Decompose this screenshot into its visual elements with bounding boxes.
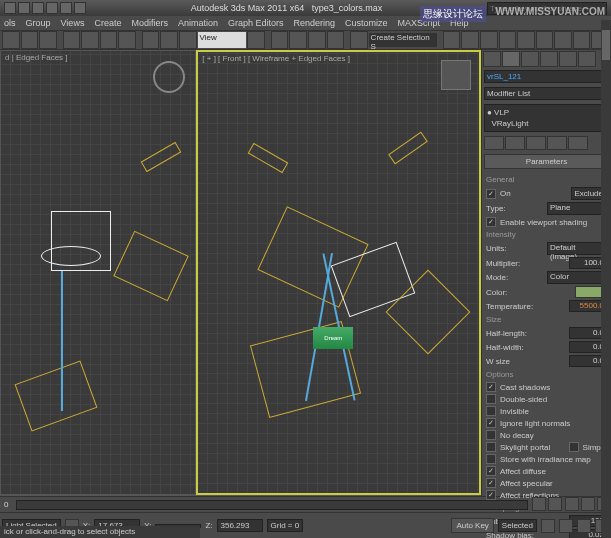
- opt-label: Invisible: [500, 407, 607, 416]
- named-sel-icon[interactable]: [350, 31, 368, 49]
- link-icon[interactable]: [2, 31, 20, 49]
- menu-modifiers[interactable]: Modifiers: [131, 18, 168, 28]
- remove-mod-icon[interactable]: [547, 136, 567, 150]
- next-frame-icon[interactable]: [581, 497, 595, 511]
- menu-views[interactable]: Views: [61, 18, 85, 28]
- type-label: Type:: [486, 204, 543, 213]
- pin-stack-icon[interactable]: [484, 136, 504, 150]
- ignore-normals-checkbox[interactable]: [486, 418, 496, 428]
- show-result-icon[interactable]: [505, 136, 525, 150]
- layer-icon[interactable]: [480, 31, 498, 49]
- panel-scrollbar[interactable]: [601, 20, 611, 538]
- menu-group[interactable]: Group: [26, 18, 51, 28]
- nav-zoom-icon[interactable]: [541, 519, 555, 533]
- percent-snap-icon[interactable]: [308, 31, 326, 49]
- hierarchy-tab-icon[interactable]: [521, 51, 539, 67]
- open-icon[interactable]: [32, 2, 44, 14]
- no-decay-checkbox[interactable]: [486, 430, 496, 440]
- mode-dropdown[interactable]: Color: [547, 271, 607, 284]
- menu-graph[interactable]: Graph Editors: [228, 18, 284, 28]
- nav-orbit-icon[interactable]: [577, 519, 591, 533]
- affect-reflections-checkbox[interactable]: [486, 490, 496, 500]
- pivot-icon[interactable]: [247, 31, 265, 49]
- on-checkbox[interactable]: [486, 189, 496, 199]
- spinner-snap-icon[interactable]: [327, 31, 345, 49]
- select-icon[interactable]: [63, 31, 81, 49]
- create-tab-icon[interactable]: [483, 51, 501, 67]
- select-name-icon[interactable]: [81, 31, 99, 49]
- selected-mode[interactable]: Selected: [498, 519, 537, 532]
- viewport-right[interactable]: [ + ] [ Front ] [ Wireframe + Edged Face…: [196, 50, 481, 495]
- angle-snap-icon[interactable]: [289, 31, 307, 49]
- menu-animation[interactable]: Animation: [178, 18, 218, 28]
- material-icon[interactable]: [536, 31, 554, 49]
- window-cross-icon[interactable]: [118, 31, 136, 49]
- configure-icon[interactable]: [568, 136, 588, 150]
- double-sided-checkbox[interactable]: [486, 394, 496, 404]
- nav-pan-icon[interactable]: [559, 519, 573, 533]
- invisible-checkbox[interactable]: [486, 406, 496, 416]
- type-dropdown[interactable]: Plane: [547, 202, 607, 215]
- menu-customize[interactable]: Customize: [345, 18, 388, 28]
- steering-wheel-icon[interactable]: [153, 61, 185, 93]
- viewport-left[interactable]: d | Edged Faces ]: [0, 50, 196, 495]
- skylight-checkbox[interactable]: [486, 442, 496, 452]
- menu-rendering[interactable]: Rendering: [293, 18, 335, 28]
- affect-specular-checkbox[interactable]: [486, 478, 496, 488]
- snap-icon[interactable]: [271, 31, 289, 49]
- affect-diffuse-checkbox[interactable]: [486, 466, 496, 476]
- app-icon[interactable]: [4, 2, 16, 14]
- scale-icon[interactable]: [179, 31, 197, 49]
- irradiance-checkbox[interactable]: [486, 454, 496, 464]
- vp-right-label[interactable]: [ + ] [ Front ] [ Wireframe + Edged Face…: [202, 54, 350, 63]
- render-frame-icon[interactable]: [573, 31, 591, 49]
- opt-label: Affect specular: [500, 479, 607, 488]
- rotate-icon[interactable]: [160, 31, 178, 49]
- mirror-icon[interactable]: [443, 31, 461, 49]
- schematic-icon[interactable]: [517, 31, 535, 49]
- opt-label: Double-sided: [500, 395, 607, 404]
- play-icon[interactable]: [565, 497, 579, 511]
- align-icon[interactable]: [461, 31, 479, 49]
- coord-z[interactable]: 356.293: [217, 519, 263, 532]
- save-icon[interactable]: [46, 2, 58, 14]
- redo-icon[interactable]: [74, 2, 86, 14]
- named-sel-dropdown[interactable]: Create Selection S: [369, 33, 437, 47]
- utilities-tab-icon[interactable]: [578, 51, 596, 67]
- parameters-rollout[interactable]: Parameters: [484, 154, 609, 169]
- vp-left-label[interactable]: d | Edged Faces ]: [5, 53, 68, 62]
- prev-frame-icon[interactable]: [548, 497, 562, 511]
- auto-key-button[interactable]: Auto Key: [451, 518, 493, 533]
- move-icon[interactable]: [142, 31, 160, 49]
- view-cube-icon[interactable]: [441, 60, 471, 90]
- curve-editor-icon[interactable]: [499, 31, 517, 49]
- units-dropdown[interactable]: Default (image): [547, 242, 607, 255]
- select-region-icon[interactable]: [100, 31, 118, 49]
- simple-checkbox[interactable]: [569, 442, 579, 452]
- goto-start-icon[interactable]: [532, 497, 546, 511]
- time-slider[interactable]: [16, 500, 528, 510]
- motion-tab-icon[interactable]: [540, 51, 558, 67]
- undo-icon[interactable]: [60, 2, 72, 14]
- modifier-stack[interactable]: ● VLP VRayLight: [484, 104, 609, 132]
- unlink-icon[interactable]: [21, 31, 39, 49]
- stack-item[interactable]: VRayLight: [487, 118, 606, 129]
- play-controls: [532, 497, 611, 513]
- modifier-list-dropdown[interactable]: Modifier List: [484, 87, 609, 100]
- stack-item[interactable]: ● VLP: [487, 107, 606, 118]
- viewport-shading-checkbox[interactable]: [486, 217, 496, 227]
- ref-coord-dropdown[interactable]: View: [198, 32, 247, 48]
- wsize-label: W size: [486, 357, 565, 366]
- display-tab-icon[interactable]: [559, 51, 577, 67]
- bind-icon[interactable]: [39, 31, 57, 49]
- new-icon[interactable]: [18, 2, 30, 14]
- cast-shadows-checkbox[interactable]: [486, 382, 496, 392]
- object-name-input[interactable]: vrSL_121: [484, 70, 609, 83]
- unique-icon[interactable]: [526, 136, 546, 150]
- menu-tools[interactable]: ols: [4, 18, 16, 28]
- menu-create[interactable]: Create: [94, 18, 121, 28]
- options-header: Options: [486, 368, 607, 381]
- render-setup-icon[interactable]: [554, 31, 572, 49]
- modify-tab-icon[interactable]: [502, 51, 520, 67]
- wireframe-circle: [41, 246, 101, 266]
